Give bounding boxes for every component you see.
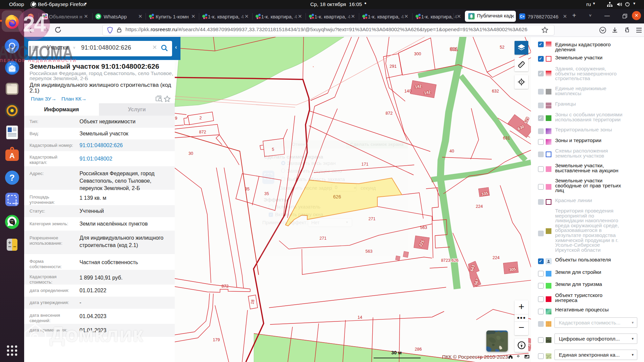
svg-text:872: 872 [222,284,229,289]
svg-text:C+: C+ [520,15,524,18]
svg-text:35: 35 [245,187,250,191]
svg-text:224: 224 [476,204,483,209]
svg-text:ПКК © Росреестр 2010-2023: ПКК © Росреестр 2010-2023 [442,354,508,360]
svg-text:271: 271 [369,217,376,221]
svg-text:A: A [9,152,15,160]
svg-text:?: ? [9,173,15,183]
svg-text:171: 171 [362,162,369,167]
svg-text:18: 18 [250,299,255,305]
svg-text:271: 271 [320,236,327,241]
svg-text:286: 286 [415,347,422,352]
svg-text:30 м: 30 м [391,350,402,355]
svg-text:52: 52 [500,45,504,50]
svg-text:140: 140 [405,89,412,94]
svg-text:40: 40 [449,149,454,154]
svg-text:563: 563 [420,225,427,230]
svg-text:626: 626 [333,194,341,199]
svg-text:35: 35 [264,191,269,196]
svg-text:872: 872 [386,111,393,116]
svg-text:305: 305 [509,267,516,273]
svg-text:872: 872 [199,130,206,134]
svg-text:224: 224 [493,255,500,260]
svg-text:14: 14 [358,315,362,320]
svg-text:5: 5 [272,147,274,152]
svg-text:2: 2 [200,116,202,120]
svg-text:9: 9 [175,116,177,121]
svg-text:563: 563 [366,249,373,254]
svg-text:301: 301 [450,47,458,52]
svg-text:8723.626: 8723.626 [441,258,459,263]
svg-text:30: 30 [189,151,193,156]
svg-text:291: 291 [390,64,397,69]
svg-text:300: 300 [414,52,421,56]
svg-text:632: 632 [492,89,499,94]
svg-text:179: 179 [213,338,220,342]
svg-text:631: 631 [503,136,510,140]
